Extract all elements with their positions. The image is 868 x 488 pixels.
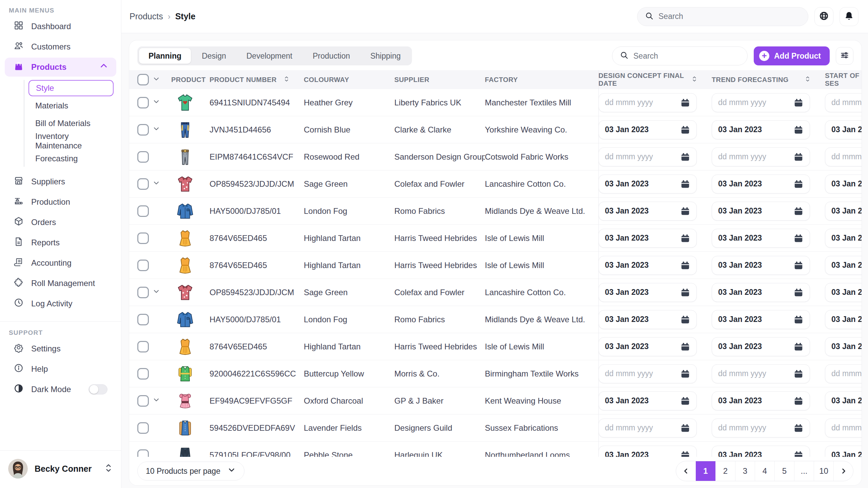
start-of-season-date-input[interactable]: 03 Jan 2023 bbox=[825, 202, 862, 221]
page-button-10[interactable]: 10 bbox=[814, 461, 833, 481]
design-concept-final-date-input[interactable]: 03 Jan 2023 bbox=[598, 446, 697, 457]
row-expand-chevron-icon[interactable] bbox=[152, 396, 160, 406]
start-of-season-date-input[interactable]: 03 Jan 2023 bbox=[825, 175, 862, 194]
language-button[interactable] bbox=[814, 7, 833, 26]
design-concept-final-date-input[interactable]: dd mmm yyyy bbox=[598, 147, 697, 166]
design-concept-final-date-input[interactable]: 03 Jan 2023 bbox=[598, 120, 697, 139]
trend-forecasting-date-input[interactable]: 03 Jan 2023 bbox=[712, 229, 810, 248]
breadcrumb-products[interactable]: Products bbox=[130, 12, 163, 21]
trend-forecasting-date-input[interactable]: dd mmm yyyy bbox=[712, 93, 810, 112]
design-concept-final-date-input[interactable]: 03 Jan 2023 bbox=[598, 337, 697, 356]
design-concept-final-date-input[interactable]: 03 Jan 2023 bbox=[598, 310, 697, 329]
sidebar-item-log-activity[interactable]: Log Activity bbox=[5, 294, 116, 313]
user-menu[interactable]: Becky Conner bbox=[0, 450, 121, 488]
column-header-factory[interactable]: FACTORY bbox=[485, 76, 598, 84]
sidebar-item-materials[interactable]: Materials bbox=[28, 98, 114, 114]
row-checkbox[interactable] bbox=[137, 260, 149, 271]
row-checkbox[interactable] bbox=[137, 124, 149, 136]
trend-forecasting-date-input[interactable]: 03 Jan 2023 bbox=[712, 446, 810, 457]
trend-forecasting-date-input[interactable]: dd mmm yyyy bbox=[712, 364, 810, 383]
row-checkbox[interactable] bbox=[137, 395, 149, 407]
chevron-down-icon[interactable] bbox=[152, 75, 160, 85]
trend-forecasting-date-input[interactable]: 03 Jan 2023 bbox=[712, 283, 810, 302]
sidebar-item-dashboard[interactable]: Dashboard bbox=[5, 17, 116, 36]
row-expand-chevron-icon[interactable] bbox=[152, 287, 160, 298]
row-checkbox[interactable] bbox=[137, 178, 149, 190]
design-concept-final-date-input[interactable]: dd mmm yyyy bbox=[598, 419, 697, 438]
sidebar-item-production[interactable]: Production bbox=[5, 192, 116, 211]
start-of-season-date-input[interactable]: 03 Jan 2023 bbox=[825, 391, 862, 410]
row-checkbox[interactable] bbox=[137, 449, 149, 457]
sort-icon[interactable] bbox=[691, 75, 698, 84]
start-of-season-date-input[interactable]: dd mmm yyyy bbox=[825, 364, 862, 383]
page-button-4[interactable]: 4 bbox=[755, 461, 774, 481]
page-ellipsis[interactable]: ... bbox=[794, 461, 814, 481]
row-checkbox[interactable] bbox=[137, 368, 149, 380]
start-of-season-date-input[interactable]: 03 Jan 2023 bbox=[825, 446, 862, 457]
search-input[interactable] bbox=[658, 12, 801, 21]
row-checkbox[interactable] bbox=[137, 97, 149, 108]
select-all-checkbox[interactable] bbox=[137, 74, 149, 85]
design-concept-final-date-input[interactable]: dd mmm yyyy bbox=[598, 93, 697, 112]
sidebar-item-customers[interactable]: Customers bbox=[5, 37, 116, 56]
sidebar-item-forecasting[interactable]: Forecasting bbox=[28, 150, 114, 167]
sidebar-item-inventory-maintenance[interactable]: Inventory Maintenance bbox=[28, 133, 114, 149]
row-checkbox[interactable] bbox=[137, 205, 149, 217]
start-of-season-date-input[interactable]: 03 Jan 2023 bbox=[825, 229, 862, 248]
tab-design[interactable]: Design bbox=[192, 48, 236, 64]
prev-page-button[interactable] bbox=[676, 461, 696, 481]
row-expand-chevron-icon[interactable] bbox=[152, 179, 160, 189]
next-page-button[interactable] bbox=[833, 461, 853, 481]
trend-forecasting-date-input[interactable]: 03 Jan 2023 bbox=[712, 120, 810, 139]
filter-button[interactable] bbox=[836, 47, 853, 65]
sidebar-item-orders[interactable]: Orders bbox=[5, 213, 116, 232]
start-of-season-date-input[interactable]: 03 Jan 2023 bbox=[825, 120, 862, 139]
sidebar-item-accounting[interactable]: Accounting bbox=[5, 253, 116, 272]
tab-development[interactable]: Development bbox=[237, 48, 302, 64]
trend-forecasting-date-input[interactable]: 03 Jan 2023 bbox=[712, 175, 810, 194]
trend-forecasting-date-input[interactable]: dd mmm yyyy bbox=[712, 419, 810, 438]
row-checkbox[interactable] bbox=[137, 314, 149, 325]
row-checkbox[interactable] bbox=[137, 287, 149, 298]
sort-icon[interactable] bbox=[804, 75, 811, 84]
sidebar-item-roll-management[interactable]: Roll Management bbox=[5, 274, 116, 293]
sidebar-item-bill-of-materials[interactable]: Bill of Materials bbox=[28, 115, 114, 131]
add-product-button[interactable]: + Add Product bbox=[754, 46, 830, 65]
column-header-colourway[interactable]: COLOURWAY bbox=[304, 76, 394, 84]
start-of-season-date-input[interactable]: dd mmm yyyy bbox=[825, 419, 862, 438]
trend-forecasting-date-input[interactable]: 03 Jan 2023 bbox=[712, 256, 810, 275]
table-search[interactable] bbox=[612, 46, 748, 65]
start-of-season-date-input[interactable]: 03 Jan 2023 bbox=[825, 310, 862, 329]
sort-icon[interactable] bbox=[283, 75, 290, 84]
page-button-1[interactable]: 1 bbox=[696, 461, 715, 481]
page-button-2[interactable]: 2 bbox=[715, 461, 735, 481]
sidebar-item-suppliers[interactable]: Suppliers bbox=[5, 172, 116, 191]
sidebar-item-products[interactable]: Products bbox=[5, 58, 116, 77]
tab-planning[interactable]: Planning bbox=[139, 48, 191, 64]
column-header-product[interactable]: PRODUCT bbox=[171, 76, 210, 84]
sidebar-item-help[interactable]: Help bbox=[5, 360, 116, 379]
row-checkbox[interactable] bbox=[137, 151, 149, 163]
tab-production[interactable]: Production bbox=[303, 48, 359, 64]
design-concept-final-date-input[interactable]: 03 Jan 2023 bbox=[598, 175, 697, 194]
start-of-season-date-input[interactable]: dd mmm yyyy bbox=[825, 93, 862, 112]
sidebar-item-settings[interactable]: Settings bbox=[5, 339, 116, 358]
column-header-design-concept-final-date[interactable]: DESIGN CONCEPT FINAL DATE bbox=[598, 72, 712, 87]
trend-forecasting-date-input[interactable]: 03 Jan 2023 bbox=[712, 202, 810, 221]
trend-forecasting-date-input[interactable]: 03 Jan 2023 bbox=[712, 310, 810, 329]
per-page-select[interactable]: 10 Products per page bbox=[137, 462, 244, 481]
dark-mode-toggle[interactable] bbox=[88, 384, 107, 394]
trend-forecasting-date-input[interactable]: 03 Jan 2023 bbox=[712, 391, 810, 410]
column-header-product-number[interactable]: PRODUCT NUMBER bbox=[210, 75, 304, 84]
start-of-season-date-input[interactable]: 03 Jan 2023 bbox=[825, 283, 862, 302]
sidebar-item-reports[interactable]: Reports bbox=[5, 233, 116, 252]
design-concept-final-date-input[interactable]: dd mmm yyyy bbox=[598, 364, 697, 383]
page-button-3[interactable]: 3 bbox=[735, 461, 755, 481]
table-search-input[interactable] bbox=[633, 52, 740, 61]
design-concept-final-date-input[interactable]: 03 Jan 2023 bbox=[598, 229, 697, 248]
design-concept-final-date-input[interactable]: 03 Jan 2023 bbox=[598, 202, 697, 221]
row-checkbox[interactable] bbox=[137, 232, 149, 244]
start-of-season-date-input[interactable]: dd mmm yyyy bbox=[825, 147, 862, 166]
tab-shipping[interactable]: Shipping bbox=[361, 48, 410, 64]
page-button-5[interactable]: 5 bbox=[774, 461, 794, 481]
